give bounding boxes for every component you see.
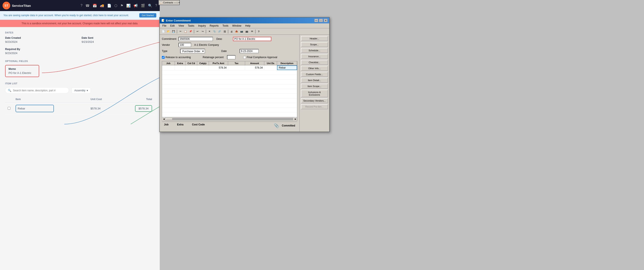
nav-icon-media[interactable]: 🎬 — [141, 4, 145, 8]
contracts-close-btn[interactable]: ✕ — [178, 2, 180, 4]
insurance-button[interactable]: Insurance... — [301, 54, 328, 59]
date-created-label: Date Created — [5, 36, 78, 40]
grid-cell-description[interactable]: Rebar — [277, 65, 297, 70]
menu-edit[interactable]: Edit — [168, 24, 176, 28]
other-info-button[interactable]: Other Info... — [301, 66, 328, 71]
col-unt-ds: Unt Ds — [264, 61, 277, 65]
tb-camera-btn[interactable]: 📷 — [239, 29, 244, 34]
grid-empty-row-1 — [162, 70, 297, 75]
search-input[interactable] — [13, 89, 66, 92]
maximize-button[interactable]: □ — [319, 19, 323, 22]
nav-icon-question[interactable]: ? — [155, 4, 157, 8]
unit-cost-col-header: Unit Cost — [88, 96, 116, 103]
contracts-maximize-btn[interactable]: □ — [176, 2, 178, 4]
inclusions-exclusions-button[interactable]: Inclusions & Exclusions — [301, 90, 328, 97]
assembly-label: Assembly — [74, 89, 86, 92]
menu-help[interactable]: Help — [244, 24, 252, 28]
menu-reports[interactable]: Reports — [208, 24, 220, 28]
tb-fax-btn[interactable]: 📠 — [244, 29, 249, 34]
menu-view[interactable]: View — [177, 24, 186, 28]
tb-chain-btn[interactable]: ⛓ — [222, 29, 227, 34]
sample-banner-text: You are seeing sample data in your accou… — [4, 14, 129, 17]
retainage-input[interactable] — [227, 55, 236, 60]
optional-fields-section: OPTIONAL FIELDS Memo PO for A-1 Electric — [5, 60, 154, 77]
tb-delete-btn[interactable]: ✕ — [207, 29, 212, 34]
tb-email-btn[interactable]: ✉ — [250, 29, 254, 34]
tb-help-btn[interactable]: ? — [256, 29, 261, 34]
grid-empty-row-9 — [162, 108, 297, 112]
tb-sep4 — [228, 30, 228, 34]
nav-icon-docs[interactable]: 📄 — [107, 4, 112, 8]
menu-window[interactable]: Window — [231, 24, 243, 28]
scroll-thumb[interactable] — [166, 118, 172, 120]
contracts-minimize-btn[interactable]: — — [174, 2, 176, 4]
type-select[interactable]: Purchase Order Subcontract — [180, 49, 205, 54]
close-button[interactable]: ✕ — [324, 19, 328, 22]
commitment-window: 📝 Enter Commitment — □ ✕ File Edit View … — [159, 17, 330, 132]
tb-link-btn[interactable]: 🔗 — [217, 29, 222, 34]
nav-icon-dispatch[interactable]: 🚚 — [100, 4, 104, 8]
record-prelien-button[interactable]: Record Pre-lien... — [301, 104, 328, 109]
nav-icon-flag[interactable]: ⚑ — [120, 4, 123, 8]
menu-tools[interactable]: Tools — [221, 24, 230, 28]
tb-save-btn[interactable]: 💾 — [171, 29, 176, 34]
item-detail-button[interactable]: Item Detail... — [301, 78, 328, 83]
release-checkbox-item: Release to accounting — [162, 56, 191, 59]
nav-icon-calendar[interactable]: 📅 — [93, 4, 97, 8]
tb-copy-btn[interactable]: 📋 — [183, 29, 188, 34]
grid-cell-pretx-amt: 578.34 — [209, 65, 228, 70]
nav-icon-chart[interactable]: 📊 — [126, 4, 130, 8]
tb-paste-btn[interactable]: 📌 — [188, 29, 193, 34]
tb-attach-btn[interactable]: 📎 — [212, 29, 217, 34]
header-button[interactable]: Header... — [301, 36, 328, 41]
checklist-button[interactable]: Checklist... — [301, 60, 328, 65]
unit-cost-cell: $578.34 — [88, 103, 116, 114]
schedule-button[interactable]: Schedule... — [301, 48, 328, 53]
grid-header: Job Extra Cst Cd Catgiy PreTx Amt Tax Am… — [162, 61, 297, 65]
empty-cell-6 — [162, 94, 297, 98]
contracts-window: 📋 Contracts — □ ✕ — [158, 0, 180, 5]
nav-icon-search[interactable]: 🔍 — [148, 4, 152, 8]
type-label: Type — [162, 50, 177, 52]
scope-button[interactable]: Scope... — [301, 42, 328, 47]
items-table: Item Unit Cost Total Rebar — [5, 96, 154, 114]
tb-redo-btn[interactable]: ↪ — [200, 29, 205, 34]
tb-open-btn[interactable]: 📂 — [166, 29, 171, 34]
secondary-vendors-button[interactable]: Secondary Vendors... — [301, 98, 328, 103]
vendor-code-input[interactable] — [178, 43, 191, 47]
commitment-input[interactable] — [178, 37, 213, 41]
menu-inquiry[interactable]: Inquiry — [196, 24, 208, 28]
get-started-button[interactable]: Get Started — [139, 13, 156, 18]
release-checkbox[interactable] — [162, 56, 164, 59]
menu-tasks[interactable]: Tasks — [186, 24, 196, 28]
row-checkbox-cell[interactable] — [5, 103, 13, 114]
minimize-button[interactable]: — — [314, 19, 318, 22]
tb-undo-btn[interactable]: ↩ — [195, 29, 200, 34]
menu-file[interactable]: File — [160, 24, 168, 28]
committed-label: Committed — [282, 124, 295, 127]
nav-icon-phone[interactable]: ☎ — [86, 4, 90, 8]
desc-input[interactable] — [233, 37, 271, 41]
row-checkbox[interactable] — [8, 107, 10, 110]
item-scope-button[interactable]: Item Scope... — [301, 84, 328, 89]
scroll-left-btn[interactable]: ◀ — [162, 117, 166, 121]
grid-data-row[interactable]: 578.34 578.34 Rebar — [162, 65, 297, 70]
tb-print-btn[interactable]: 🖨 — [229, 29, 234, 34]
assembly-button[interactable]: Assembly ▾ — [72, 88, 91, 94]
retainage-label: Retainage percent — [203, 56, 224, 59]
empty-cell-10 — [162, 112, 297, 117]
tb-cut-btn[interactable]: ✂ — [178, 29, 183, 34]
final-compliance-checkbox[interactable] — [243, 56, 246, 59]
search-box[interactable]: 🔍 — [5, 87, 69, 94]
item-list-title: ITEM LIST — [5, 82, 154, 85]
nav-icon-announce[interactable]: 📢 — [134, 4, 138, 8]
nav-icon-help[interactable]: ? — [80, 4, 82, 8]
tb-new-btn[interactable]: 📄 — [161, 29, 166, 34]
nav-icon-hex[interactable]: ⬡ — [114, 4, 117, 8]
tb-export-btn[interactable]: 📤 — [234, 29, 239, 34]
custom-fields-button[interactable]: Custom Fields... — [301, 72, 328, 77]
date-input[interactable] — [240, 49, 259, 53]
sidebar-buttons: Header... Scope... Schedule... Insurance… — [300, 35, 329, 132]
scroll-right-btn[interactable]: ▶ — [294, 117, 297, 121]
grid-horizontal-scrollbar[interactable]: ◀ ▶ — [162, 117, 297, 120]
